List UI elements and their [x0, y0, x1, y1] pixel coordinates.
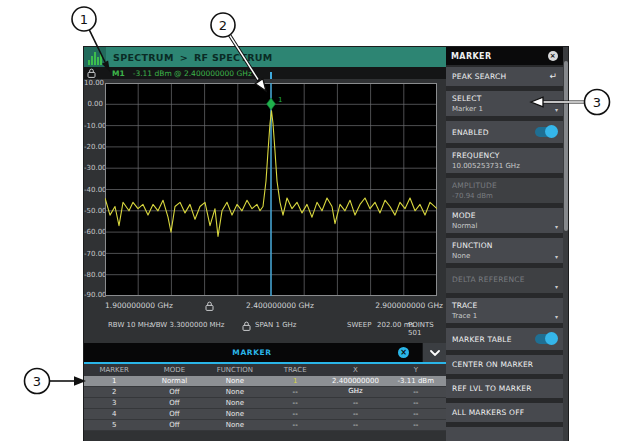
scrollbar-thumb[interactable]	[564, 61, 568, 231]
breadcrumb-measurement[interactable]: SPECTRUM	[113, 52, 174, 63]
main-display-area: SPECTRUM > RF SPECTRUM M1 -3.11 dBm @ 2.…	[84, 47, 446, 441]
col-trace: TRACE	[265, 364, 325, 376]
callout-3-table-row: 3	[25, 369, 87, 394]
chevron-down-icon: ▾	[555, 284, 558, 290]
marker-table-toggle[interactable]	[535, 334, 557, 344]
trace-dropdown[interactable]: TRACE Trace 1 ▾	[446, 298, 563, 323]
y-tick-label: -30.00	[84, 164, 103, 172]
cell-y: --	[386, 420, 446, 430]
cell-y: --	[386, 409, 446, 419]
y-tick-label: -80.00	[84, 271, 103, 279]
enabled-toggle[interactable]	[535, 127, 557, 137]
item-value: None	[452, 252, 557, 260]
y-tick-label: -60.00	[84, 228, 103, 236]
marker-table-row[interactable]: MARKER TABLE	[446, 328, 563, 350]
cell-mode: Off	[144, 409, 204, 419]
select-marker-dropdown[interactable]: SELECT Marker 1 ▾	[446, 91, 563, 116]
cell-y: --	[386, 398, 446, 408]
span-setting[interactable]: SPAN 1 GHz	[255, 321, 297, 329]
marker-table-title: MARKER	[84, 343, 420, 362]
y-tick-label: 0.00	[84, 100, 103, 108]
svg-text:1: 1	[278, 96, 282, 104]
cell-mode: Normal	[144, 376, 204, 386]
cell-marker: 1	[84, 376, 144, 386]
table-row[interactable]: 3 Off None -- -- --	[84, 398, 446, 409]
spectrum-analyzer-screenshot: SPECTRUM > RF SPECTRUM M1 -3.11 dBm @ 2.…	[84, 47, 568, 441]
panel-scrollbar[interactable]	[563, 47, 568, 441]
item-label: REF LVL TO MARKER	[452, 384, 557, 393]
mode-dropdown[interactable]: MODE Normal ▾	[446, 208, 563, 233]
cell-marker: 4	[84, 409, 144, 419]
close-icon[interactable]: ×	[548, 51, 558, 61]
marker-table-body: 1 Normal None 1 2.400000000 GHz -3.11 dB…	[84, 376, 446, 431]
rbw-setting[interactable]: RBW 10 MHz	[108, 321, 153, 329]
item-label: ALL MARKERS OFF	[452, 408, 557, 417]
cell-function: None	[205, 398, 265, 408]
item-value: Normal	[452, 222, 557, 230]
x-axis-labels: 1.900000000 GHz 2.400000000 GHz 2.900000…	[84, 300, 446, 312]
frequency-field[interactable]: FREQUENCY 10.005253731 GHz	[446, 148, 563, 173]
enabled-row[interactable]: ENABLED	[446, 121, 563, 143]
all-markers-off-button[interactable]: ALL MARKERS OFF	[446, 403, 563, 422]
amplitude-field: AMPLITUDE -70.94 dBm	[446, 178, 563, 203]
item-label: PEAK SEARCH	[452, 72, 549, 81]
callout-number: 1	[80, 12, 88, 27]
chevron-down-icon: ▾	[555, 254, 558, 260]
table-row[interactable]: 5 Off None -- -- --	[84, 420, 446, 431]
y-tick-label: -40.00	[84, 186, 103, 194]
x-tick-stop: 2.900000000 GHz	[375, 301, 443, 310]
marker-table-titlebar: MARKER ×	[84, 343, 446, 362]
delta-reference-dropdown: DELTA REFERENCE ▾	[446, 268, 563, 293]
chevron-down-button[interactable]	[422, 343, 446, 362]
x-tick-center: 2.400000000 GHz	[246, 301, 314, 310]
y-tick-label: -50.00	[84, 207, 103, 215]
y-tick-label: -20.00	[84, 143, 103, 151]
lock-icon	[242, 321, 251, 331]
item-label: MODE	[452, 211, 557, 220]
cell-trace: 1	[265, 376, 325, 386]
center-on-marker-button[interactable]: CENTER ON MARKER	[446, 355, 563, 374]
vbw-setting[interactable]: VBW 3.3000000 MHz	[151, 321, 225, 329]
item-label: ENABLED	[452, 128, 535, 137]
chevron-down-icon: ▾	[555, 107, 558, 113]
col-marker: MARKER	[84, 364, 144, 376]
y-tick-label: 10.00	[84, 79, 103, 87]
item-label: FUNCTION	[452, 241, 557, 250]
ref-lvl-to-marker-button[interactable]: REF LVL TO MARKER	[446, 379, 563, 398]
table-row[interactable]: 1 Normal None 1 2.400000000 GHz -3.11 dB…	[84, 376, 446, 387]
app-header: SPECTRUM > RF SPECTRUM	[84, 47, 446, 67]
cell-y: --	[386, 387, 446, 397]
function-dropdown[interactable]: FUNCTION None ▾	[446, 238, 563, 263]
lock-icon	[205, 301, 214, 311]
peak-search-button[interactable]: PEAK SEARCH ↵	[446, 67, 563, 86]
cell-trace: --	[265, 409, 325, 419]
chevron-down-icon: ▾	[555, 224, 558, 230]
item-label: AMPLITUDE	[452, 181, 557, 190]
cell-mode: Off	[144, 398, 204, 408]
table-row[interactable]: 2 Off None -- -- --	[84, 387, 446, 398]
close-icon[interactable]: ×	[398, 347, 409, 358]
breadcrumb-view[interactable]: RF SPECTRUM	[194, 52, 273, 63]
breadcrumb: SPECTRUM > RF SPECTRUM	[113, 52, 273, 63]
item-value: -70.94 dBm	[452, 192, 557, 200]
y-tick-label: -90.00	[84, 291, 103, 299]
cell-x: 2.400000000 GHz	[325, 376, 385, 386]
table-row[interactable]: 4 Off None -- -- --	[84, 409, 446, 420]
marker-readout-id: M1	[112, 69, 125, 78]
col-y: Y	[386, 364, 446, 376]
cell-function: None	[205, 409, 265, 419]
cell-marker: 2	[84, 387, 144, 397]
item-label: CENTER ON MARKER	[452, 360, 557, 369]
cell-x: --	[325, 420, 385, 430]
cell-mode: Off	[144, 387, 204, 397]
cell-function: None	[205, 387, 265, 397]
cell-y: -3.11 dBm	[386, 376, 446, 386]
trace-canvas: 1	[105, 83, 437, 296]
marker-settings-panel: MARKER × PEAK SEARCH ↵ SELECT Marker 1 ▾…	[446, 47, 563, 441]
col-mode: MODE	[144, 364, 204, 376]
graph-region: 10.00 0.00 -10.00 -20.00 -30.00 -40.00 -…	[84, 79, 446, 300]
marker-table-header: MARKER MODE FUNCTION TRACE X Y	[84, 364, 446, 376]
cell-marker: 3	[84, 398, 144, 408]
spectrum-plot[interactable]: 1	[105, 83, 437, 296]
item-label: TRACE	[452, 301, 557, 310]
